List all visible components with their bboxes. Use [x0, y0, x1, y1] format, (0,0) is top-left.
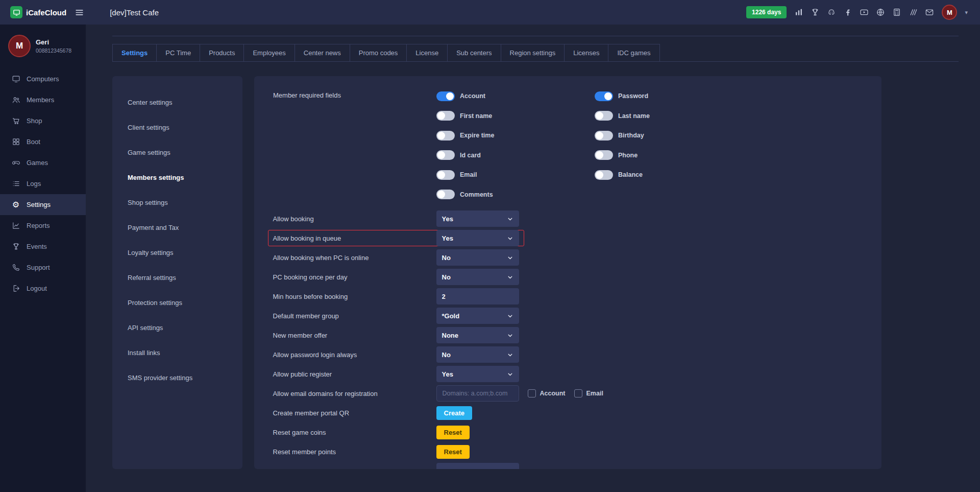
- submenu-item-api-settings[interactable]: API settings: [112, 315, 242, 340]
- submenu-item-referral-settings[interactable]: Referral settings: [112, 265, 242, 290]
- sidebar-item-shop[interactable]: Shop: [0, 110, 86, 131]
- settings-form-rows: Allow bookingYesAllow booking in queueYe…: [273, 210, 866, 469]
- tab-settings[interactable]: Settings: [112, 44, 157, 61]
- tab-idc-games[interactable]: IDC games: [608, 44, 659, 61]
- sidebar-item-label: Support: [27, 264, 50, 271]
- submenu-item-game-settings[interactable]: Game settings: [112, 140, 242, 165]
- checkbox-option-email[interactable]: Email: [574, 389, 603, 397]
- reset-game-coins-button[interactable]: Reset: [436, 426, 470, 439]
- create-member-portal-qr-button[interactable]: Create: [436, 406, 472, 420]
- toggle-knob: [437, 112, 445, 120]
- tab-license[interactable]: License: [406, 44, 448, 61]
- hamburger-menu-icon[interactable]: [75, 8, 84, 17]
- submenu-item-protection-settings[interactable]: Protection settings: [112, 290, 242, 315]
- select-new-member-offer[interactable]: None: [436, 327, 519, 343]
- toggle-birthday[interactable]: [595, 131, 613, 140]
- globe-icon[interactable]: [876, 8, 885, 17]
- chevron-down-icon[interactable]: ▾: [965, 9, 968, 16]
- sidebar-item-logs[interactable]: Logs: [0, 173, 86, 194]
- toggle-account[interactable]: [436, 91, 455, 101]
- toggle-expire-time[interactable]: [436, 131, 455, 140]
- tab-licenses[interactable]: Licenses: [564, 44, 608, 61]
- sidebar-item-computers[interactable]: Computers: [0, 68, 86, 89]
- select-value: No: [442, 254, 451, 262]
- toggle-row-birthday: Birthday: [595, 126, 753, 146]
- toggle-last-name[interactable]: [595, 111, 613, 121]
- computers-icon: [11, 75, 20, 83]
- select-partial[interactable]: Yes: [436, 463, 519, 469]
- trophy-icon[interactable]: [811, 8, 820, 17]
- user-avatar[interactable]: M: [942, 5, 957, 20]
- sidebar-item-reports[interactable]: Reports: [0, 215, 86, 236]
- topbar-icons: [794, 8, 934, 17]
- settings-submenu: Center settingsClient settingsGame setti…: [112, 76, 242, 469]
- main-area: SettingsPC TimeProductsEmployeesCenter n…: [86, 25, 980, 469]
- sidebar-item-boot[interactable]: Boot: [0, 131, 86, 152]
- sidebar-item-label: Members: [27, 96, 54, 104]
- reset-member-points-button[interactable]: Reset: [436, 445, 470, 459]
- submenu-item-sms-provider-settings[interactable]: SMS provider settings: [112, 365, 242, 390]
- toggle-knob: [596, 132, 603, 139]
- toggle-id-card[interactable]: [436, 150, 455, 160]
- form-row-min-hours-before-booking: Min hours before booking: [268, 288, 524, 304]
- tab-sub-centers[interactable]: Sub centers: [447, 44, 501, 61]
- toggle-comments[interactable]: [436, 190, 455, 199]
- sidebar-item-members[interactable]: Members: [0, 89, 86, 110]
- select-allow-booking-in-queue[interactable]: Yes: [436, 230, 519, 246]
- submenu-item-shop-settings[interactable]: Shop settings: [112, 190, 242, 215]
- user-id: 008812345678: [36, 48, 71, 54]
- discord-icon[interactable]: [827, 8, 836, 17]
- sidebar-item-games[interactable]: Games: [0, 152, 86, 173]
- select-default-member-group[interactable]: *Gold: [436, 308, 519, 324]
- sidebar-item-events[interactable]: Events: [0, 236, 86, 257]
- select-allow-public-register[interactable]: Yes: [436, 366, 519, 382]
- tab-region-settings[interactable]: Region settings: [501, 44, 565, 61]
- select-allow-booking-when-pc-is-online[interactable]: No: [436, 249, 519, 266]
- submenu-item-center-settings[interactable]: Center settings: [112, 90, 242, 115]
- billing-icon[interactable]: [892, 8, 901, 17]
- toggle-email[interactable]: [436, 170, 455, 180]
- tab-pc-time[interactable]: PC Time: [156, 44, 200, 61]
- tab-employees[interactable]: Employees: [243, 44, 295, 61]
- submenu-item-client-settings[interactable]: Client settings: [112, 115, 242, 140]
- submenu-item-install-links[interactable]: Install links: [112, 340, 242, 365]
- toggle-label: Comments: [460, 191, 493, 198]
- sidebar-item-settings[interactable]: ⚙Settings: [0, 194, 86, 215]
- checkbox-account[interactable]: [528, 389, 536, 397]
- tab-promo-codes[interactable]: Promo codes: [350, 44, 407, 61]
- chevron-down-icon: [507, 371, 513, 378]
- submenu-item-payment-and-tax[interactable]: Payment and Tax: [112, 215, 242, 240]
- facebook-icon[interactable]: [843, 8, 852, 17]
- mail-icon[interactable]: [925, 8, 934, 17]
- input-allow-email-domains-for-registration[interactable]: [436, 385, 519, 402]
- tab-bar: SettingsPC TimeProductsEmployeesCenter n…: [112, 44, 959, 62]
- tab-products[interactable]: Products: [200, 44, 244, 61]
- select-allow-password-login-always[interactable]: No: [436, 346, 519, 363]
- submenu-item-members-settings[interactable]: Members settings: [112, 165, 242, 190]
- tab-center-news[interactable]: Center news: [295, 44, 350, 61]
- toggle-knob: [596, 112, 603, 120]
- toggle-knob: [437, 171, 445, 179]
- input-min-hours-before-booking[interactable]: [436, 288, 519, 304]
- sidebar-item-support[interactable]: Support: [0, 257, 86, 278]
- themes-icon[interactable]: [909, 8, 918, 17]
- select-pc-booking-once-per-day[interactable]: No: [436, 269, 519, 285]
- submenu-item-loyalty-settings[interactable]: Loyalty settings: [112, 240, 242, 265]
- members-settings-panel: Member required fields AccountFirst name…: [254, 76, 881, 469]
- avatar: M: [8, 35, 31, 57]
- toggle-first-name[interactable]: [436, 111, 455, 121]
- select-allow-booking[interactable]: Yes: [436, 210, 519, 227]
- toggle-password[interactable]: [595, 91, 613, 101]
- toggle-balance[interactable]: [595, 170, 613, 180]
- checkbox-email[interactable]: [574, 389, 582, 397]
- select-value: Yes: [442, 215, 453, 223]
- toggle-label: Birthday: [618, 132, 644, 139]
- toggle-phone[interactable]: [595, 150, 613, 160]
- toggle-row-last-name: Last name: [595, 106, 753, 126]
- form-label: Reset member points: [273, 448, 436, 456]
- checkbox-option-account[interactable]: Account: [528, 389, 566, 397]
- stats-icon[interactable]: [794, 8, 803, 17]
- sidebar-item-logout[interactable]: Logout: [0, 278, 86, 299]
- brand[interactable]: iCafeCloud: [0, 6, 66, 18]
- youtube-icon[interactable]: [860, 8, 869, 17]
